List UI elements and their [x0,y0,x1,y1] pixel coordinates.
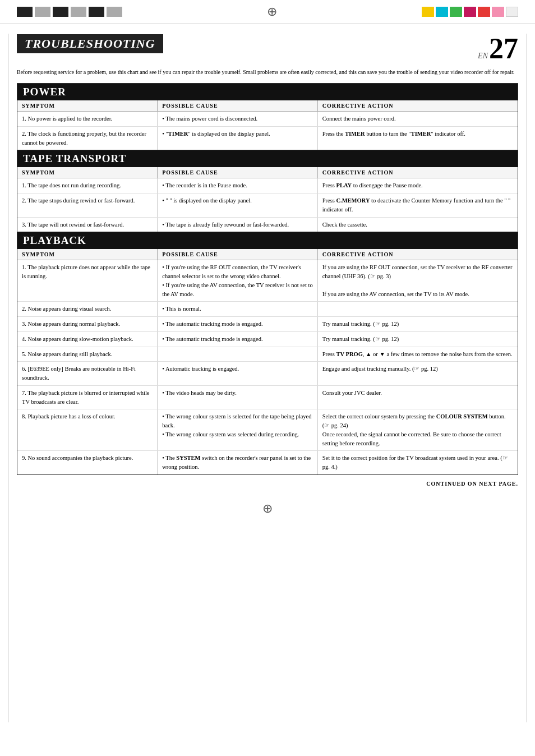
cell-symptom: 9. No sound accompanies the playback pic… [17,451,158,474]
page: ⊕ TROUBLESHOOTING EN 27 Before requestin… [0,0,535,756]
th-cause-playback: POSSIBLE CAUSE [158,249,317,260]
cell-symptom: 1. The tape does not run during recordin… [17,178,158,193]
cell-action [317,302,518,317]
page-header: TROUBLESHOOTING EN 27 [17,34,518,63]
side-line-right [527,34,527,722]
content: TROUBLESHOOTING EN 27 Before requesting … [0,24,535,497]
cell-action: Consult your JVC dealer. [317,385,518,409]
cell-symptom: 6. [E639EE only] Breaks are noticeable i… [17,362,158,386]
bar-block-2 [35,7,50,17]
cell-action: If you are using the RF OUT connection, … [317,260,518,302]
bar-block-5 [89,7,104,17]
tape-table: SYMPTOM POSSIBLE CAUSE CORRECTIVE ACTION… [17,167,518,232]
table-row: 2. The tape stops during rewind or fast-… [17,193,518,218]
playback-table: SYMPTOM POSSIBLE CAUSE CORRECTIVE ACTION… [17,249,518,474]
cell-action: Select the correct colour system by pres… [317,409,518,451]
section-power: POWER SYMPTOM POSSIBLE CAUSE CORRECTIVE … [17,83,518,150]
table-row: 2. The clock is functioning properly, bu… [17,126,518,150]
page-title: TROUBLESHOOTING [17,34,163,53]
table-row: 3. Noise appears during normal playback.… [17,317,518,332]
cell-cause: • The wrong colour system is selected fo… [158,409,317,451]
bar-block-3 [53,7,68,17]
page-number: 27 [489,34,518,63]
cell-action: Check the cassette. [317,217,518,232]
cell-action: Press PLAY to disengage the Pause mode. [317,178,518,193]
cell-symptom: 4. Noise appears during slow-motion play… [17,331,158,347]
crosshair-top: ⊕ [122,4,422,19]
cell-action: Try manual tracking. (☞ pg. 12) [317,331,518,347]
cell-cause: • The automatic tracking mode is engaged… [158,317,317,332]
th-action-playback: CORRECTIVE ACTION [317,249,518,260]
color-bar-ltpink [492,7,504,17]
color-bar-red [478,7,490,17]
th-cause-tape: POSSIBLE CAUSE [158,167,317,178]
color-bar-white [506,7,518,17]
th-symptom-tape: SYMPTOM [17,167,158,178]
table-row: 1. The playback picture does not appear … [17,260,518,302]
top-bar-right [422,7,518,17]
cell-symptom: 1. No power is applied to the recorder. [17,112,158,127]
th-symptom-power: SYMPTOM [17,100,158,112]
cell-symptom: 7. The playback picture is blurred or in… [17,385,158,409]
section-tape-transport: TAPE TRANSPORT SYMPTOM POSSIBLE CAUSE CO… [17,150,518,232]
cell-action: Set it to the correct position for the T… [317,451,518,474]
cell-symptom: 3. Noise appears during normal playback. [17,317,158,332]
color-bar-yellow [422,7,434,17]
th-action-tape: CORRECTIVE ACTION [317,167,518,178]
cell-action: Press TV PROG, ▲ or ▼ a few times to rem… [317,347,518,362]
color-bar-cyan [436,7,448,17]
cell-symptom: 1. The playback picture does not appear … [17,260,158,302]
cell-cause: • " " is displayed on the display panel. [158,193,317,218]
cell-symptom: 3. The tape will not rewind or fast-forw… [17,217,158,232]
cell-cause: • The video heads may be dirty. [158,385,317,409]
section-header-tape: TAPE TRANSPORT [17,150,518,167]
th-symptom-playback: SYMPTOM [17,249,158,260]
table-row: 2. Noise appears during visual search.• … [17,302,518,317]
cell-symptom: 8. Playback picture has a loss of colour… [17,409,158,451]
bar-block-1 [17,7,33,17]
section-header-playback: PLAYBACK [17,232,518,249]
bar-block-6 [107,7,122,17]
section-playback: PLAYBACK SYMPTOM POSSIBLE CAUSE CORRECTI… [17,232,518,475]
cell-cause: • The recorder is in the Pause mode. [158,178,317,193]
table-row: 6. [E639EE only] Breaks are noticeable i… [17,362,518,386]
color-bar-magenta [464,7,476,17]
cell-cause: • This is normal. [158,302,317,317]
cell-cause: • Automatic tracking is engaged. [158,362,317,386]
cell-cause: • The tape is already fully rewound or f… [158,217,317,232]
cell-action: Press the TIMER button to turn the "TIME… [317,126,518,150]
th-cause-power: POSSIBLE CAUSE [158,100,317,112]
cell-cause: • The automatic tracking mode is engaged… [158,331,317,347]
bar-block-4 [71,7,86,17]
table-row: 8. Playback picture has a loss of colour… [17,409,518,451]
table-row: 3. The tape will not rewind or fast-forw… [17,217,518,232]
table-row: 9. No sound accompanies the playback pic… [17,451,518,474]
cell-symptom: 2. Noise appears during visual search. [17,302,158,317]
top-bar: ⊕ [0,0,535,24]
power-table: SYMPTOM POSSIBLE CAUSE CORRECTIVE ACTION… [17,100,518,150]
intro-text: Before requesting service for a problem,… [17,68,518,76]
cell-cause [158,347,317,362]
table-row: 5. Noise appears during still playback.P… [17,347,518,362]
cell-cause: • The mains power cord is disconnected. [158,112,317,127]
cell-symptom: 2. The tape stops during rewind or fast-… [17,193,158,218]
table-row: 7. The playback picture is blurred or in… [17,385,518,409]
table-row: 1. The tape does not run during recordin… [17,178,518,193]
cell-cause: • "TIMER" is displayed on the display pa… [158,126,317,150]
continued-text: CONTINUED ON NEXT PAGE. [17,481,518,487]
color-bar-green [450,7,462,17]
page-num-box: EN 27 [478,34,518,63]
cell-symptom: 5. Noise appears during still playback. [17,347,158,362]
side-line-left [8,34,8,722]
table-row: 1. No power is applied to the recorder.•… [17,112,518,127]
cell-action: Connect the mains power cord. [317,112,518,127]
cell-action: Engage and adjust tracking manually. (☞ … [317,362,518,386]
cell-cause: • The SYSTEM switch on the recorder's re… [158,451,317,474]
top-bar-left [17,7,122,17]
section-header-power: POWER [17,84,518,100]
crosshair-bottom: ⊕ [0,501,535,516]
cell-action: Press C.MEMORY to deactivate the Counter… [317,193,518,218]
cell-action: Try manual tracking. (☞ pg. 12) [317,317,518,332]
cell-symptom: 2. The clock is functioning properly, bu… [17,126,158,150]
table-row: 4. Noise appears during slow-motion play… [17,331,518,347]
